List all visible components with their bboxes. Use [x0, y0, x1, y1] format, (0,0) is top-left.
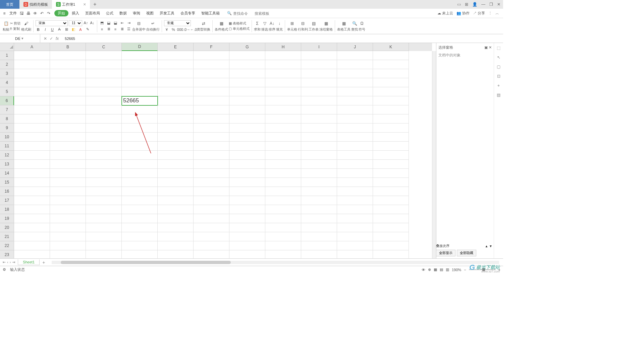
cell[interactable] — [14, 178, 50, 187]
cell[interactable] — [14, 123, 50, 133]
row-header[interactable]: 6 — [0, 96, 14, 105]
align-left-icon[interactable]: ≡ — [99, 27, 105, 32]
sum-button[interactable]: Σ求和 — [254, 20, 261, 32]
cell[interactable] — [122, 250, 158, 258]
tab-data[interactable]: 数据 — [117, 11, 129, 16]
cell[interactable] — [373, 205, 409, 214]
cell[interactable] — [50, 250, 86, 258]
cell[interactable] — [265, 187, 301, 196]
align-top-icon[interactable]: ⬒ — [99, 20, 105, 26]
cell[interactable] — [265, 241, 301, 250]
cell[interactable] — [14, 232, 50, 241]
cell[interactable] — [14, 169, 50, 178]
table-style-button[interactable]: ▦ 表格样式 — [229, 21, 250, 26]
user-icon[interactable]: 👤 — [472, 2, 477, 7]
cell[interactable] — [158, 223, 194, 232]
cell[interactable] — [265, 160, 301, 169]
cell[interactable] — [301, 223, 337, 232]
cell[interactable] — [301, 232, 337, 241]
cell[interactable] — [265, 78, 301, 87]
cell[interactable] — [337, 178, 373, 187]
cell[interactable] — [158, 123, 194, 133]
cell[interactable] — [265, 205, 301, 214]
cell[interactable] — [50, 133, 86, 142]
cell[interactable] — [229, 114, 265, 123]
collapse-ribbon-icon[interactable]: ︿ — [495, 11, 499, 16]
cell[interactable] — [50, 169, 86, 178]
settings-icon[interactable]: ⚙ — [3, 267, 6, 272]
cell[interactable] — [301, 78, 337, 87]
cell[interactable] — [373, 60, 409, 69]
font-select[interactable]: 宋体 — [36, 20, 68, 26]
cell[interactable] — [86, 96, 122, 105]
cell[interactable] — [194, 87, 229, 96]
align-middle-icon[interactable]: ⬓ — [106, 20, 111, 26]
cell[interactable] — [122, 78, 158, 87]
row-header[interactable]: 10 — [0, 133, 14, 142]
cell[interactable] — [194, 78, 229, 87]
cell[interactable] — [86, 196, 122, 205]
cut-button[interactable]: ✂ 剪切 — [10, 21, 20, 26]
row-header[interactable]: 22 — [0, 241, 14, 250]
distribute-icon[interactable]: ☰ — [126, 27, 131, 32]
cell[interactable] — [373, 96, 409, 105]
cell[interactable] — [86, 205, 122, 214]
cell[interactable] — [122, 196, 158, 205]
worksheet-button[interactable]: ▤工作表 — [309, 20, 319, 32]
cell[interactable] — [194, 142, 229, 151]
cell[interactable] — [50, 214, 86, 223]
minimize-icon[interactable]: — — [481, 2, 485, 7]
cell[interactable] — [158, 51, 194, 60]
cell[interactable] — [122, 114, 158, 123]
cell[interactable] — [122, 151, 158, 160]
cell[interactable] — [86, 160, 122, 169]
row-header[interactable]: 1 — [0, 51, 14, 60]
cell[interactable] — [301, 250, 337, 258]
cell[interactable] — [373, 241, 409, 250]
cell[interactable] — [50, 96, 86, 105]
row-header[interactable]: 2 — [0, 60, 14, 69]
cell[interactable] — [265, 232, 301, 241]
cell[interactable] — [194, 96, 229, 105]
column-header[interactable]: A — [14, 43, 50, 51]
percent-icon[interactable]: % — [171, 27, 176, 32]
column-header[interactable]: D — [122, 43, 158, 51]
cell[interactable] — [373, 151, 409, 160]
cell[interactable] — [50, 60, 86, 69]
close-tab-icon[interactable]: × — [83, 2, 86, 7]
cell[interactable] — [265, 51, 301, 60]
column-header[interactable]: K — [373, 43, 409, 51]
row-header[interactable]: 8 — [0, 114, 14, 123]
cell[interactable] — [301, 178, 337, 187]
strike-icon[interactable]: A̶ — [57, 27, 62, 32]
cell[interactable] — [337, 87, 373, 96]
redo-icon[interactable]: ↷ — [46, 10, 52, 16]
cell[interactable] — [50, 114, 86, 123]
cell[interactable] — [373, 114, 409, 123]
file-menu[interactable]: 文件 — [8, 11, 18, 16]
cell[interactable] — [337, 60, 373, 69]
type-convert-button[interactable]: ⇄ 类型转换 — [197, 20, 210, 32]
cell[interactable] — [122, 178, 158, 187]
cell[interactable] — [373, 78, 409, 87]
cell[interactable] — [229, 214, 265, 223]
cell[interactable] — [122, 241, 158, 250]
cell[interactable] — [50, 232, 86, 241]
row-header[interactable]: 13 — [0, 160, 14, 169]
cell[interactable] — [301, 196, 337, 205]
cell[interactable] — [301, 69, 337, 78]
tab-start[interactable]: 开始 — [54, 10, 68, 16]
cell[interactable] — [158, 133, 194, 142]
cell[interactable] — [14, 105, 50, 114]
cell[interactable] — [229, 60, 265, 69]
cell[interactable] — [194, 232, 229, 241]
cell[interactable] — [50, 151, 86, 160]
cell[interactable] — [158, 105, 194, 114]
copy-button[interactable]: ⎘ 复制 — [10, 27, 20, 31]
cell[interactable] — [265, 151, 301, 160]
column-header[interactable]: F — [194, 43, 229, 51]
cell[interactable] — [158, 232, 194, 241]
cell-button[interactable]: ⊞单元格 — [287, 20, 297, 32]
align-center-icon[interactable]: ≣ — [106, 27, 111, 32]
cell[interactable] — [265, 169, 301, 178]
